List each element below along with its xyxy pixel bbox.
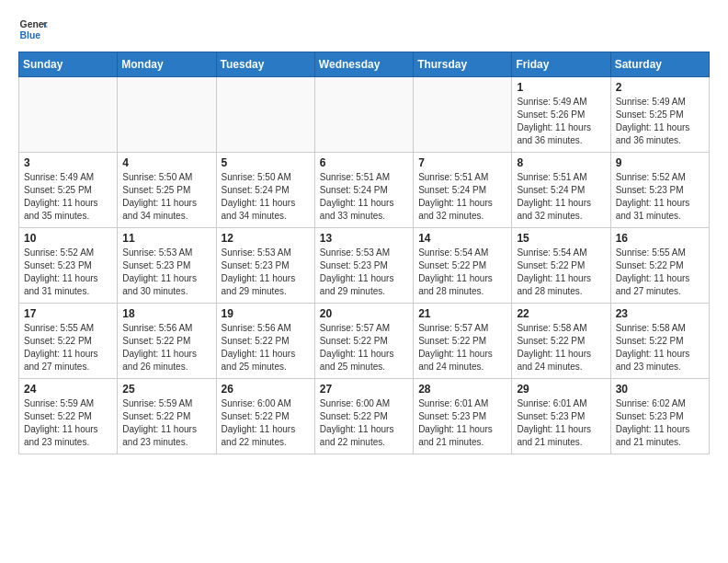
day-number: 3 [24, 156, 112, 169]
day-number: 5 [222, 156, 310, 169]
day-info: Sunrise: 5:59 AM Sunset: 5:22 PM Dayligh… [24, 397, 112, 449]
calendar-cell: 5Sunrise: 5:50 AM Sunset: 5:24 PM Daylig… [216, 153, 314, 228]
day-number: 1 [517, 81, 605, 94]
weekday-header-row: SundayMondayTuesdayWednesdayThursdayFrid… [19, 52, 710, 77]
day-number: 13 [320, 232, 408, 245]
day-info: Sunrise: 5:57 AM Sunset: 5:22 PM Dayligh… [320, 322, 408, 373]
day-number: 18 [122, 307, 210, 320]
day-info: Sunrise: 5:59 AM Sunset: 5:22 PM Dayligh… [122, 397, 210, 449]
calendar-cell [216, 77, 314, 153]
calendar-cell: 1Sunrise: 5:49 AM Sunset: 5:26 PM Daylig… [512, 77, 610, 153]
weekday-header-tuesday: Tuesday [216, 52, 314, 77]
day-info: Sunrise: 5:52 AM Sunset: 5:23 PM Dayligh… [24, 247, 112, 298]
calendar-cell: 27Sunrise: 6:00 AM Sunset: 5:22 PM Dayli… [314, 379, 413, 454]
day-number: 23 [616, 307, 704, 320]
weekday-header-monday: Monday [118, 52, 216, 77]
day-info: Sunrise: 5:58 AM Sunset: 5:22 PM Dayligh… [616, 322, 704, 373]
week-row-1: 1Sunrise: 5:49 AM Sunset: 5:26 PM Daylig… [19, 77, 710, 153]
calendar-cell: 14Sunrise: 5:54 AM Sunset: 5:22 PM Dayli… [414, 228, 512, 304]
calendar-cell [118, 77, 216, 153]
day-number: 28 [418, 383, 506, 396]
calendar-cell: 30Sunrise: 6:02 AM Sunset: 5:23 PM Dayli… [610, 379, 709, 454]
weekday-header-friday: Friday [512, 52, 610, 77]
calendar-cell: 3Sunrise: 5:49 AM Sunset: 5:25 PM Daylig… [19, 153, 118, 228]
calendar-cell: 10Sunrise: 5:52 AM Sunset: 5:23 PM Dayli… [19, 228, 118, 304]
day-info: Sunrise: 5:55 AM Sunset: 5:22 PM Dayligh… [616, 247, 704, 298]
calendar-cell: 22Sunrise: 5:58 AM Sunset: 5:22 PM Dayli… [512, 304, 610, 379]
calendar-cell: 2Sunrise: 5:49 AM Sunset: 5:25 PM Daylig… [610, 77, 709, 153]
day-info: Sunrise: 5:53 AM Sunset: 5:23 PM Dayligh… [222, 247, 310, 298]
calendar-cell: 29Sunrise: 6:01 AM Sunset: 5:23 PM Dayli… [512, 379, 610, 454]
day-number: 15 [517, 232, 605, 245]
header: General Blue [18, 15, 710, 44]
day-number: 22 [517, 307, 605, 320]
calendar-cell: 8Sunrise: 5:51 AM Sunset: 5:24 PM Daylig… [512, 153, 610, 228]
day-number: 24 [24, 383, 112, 396]
day-number: 9 [616, 156, 704, 169]
day-number: 19 [222, 307, 310, 320]
svg-text:Blue: Blue [20, 30, 41, 40]
day-number: 30 [616, 383, 704, 396]
day-number: 25 [122, 383, 210, 396]
day-info: Sunrise: 5:50 AM Sunset: 5:24 PM Dayligh… [222, 171, 310, 223]
calendar-cell [414, 77, 512, 153]
day-info: Sunrise: 6:01 AM Sunset: 5:23 PM Dayligh… [418, 397, 506, 449]
day-info: Sunrise: 5:58 AM Sunset: 5:22 PM Dayligh… [517, 322, 605, 373]
day-info: Sunrise: 5:51 AM Sunset: 5:24 PM Dayligh… [320, 171, 408, 223]
calendar-cell [19, 77, 118, 153]
calendar-cell: 17Sunrise: 5:55 AM Sunset: 5:22 PM Dayli… [19, 304, 118, 379]
week-row-2: 3Sunrise: 5:49 AM Sunset: 5:25 PM Daylig… [19, 153, 710, 228]
calendar-cell: 15Sunrise: 5:54 AM Sunset: 5:22 PM Dayli… [512, 228, 610, 304]
day-info: Sunrise: 5:55 AM Sunset: 5:22 PM Dayligh… [24, 322, 112, 373]
calendar-cell: 26Sunrise: 6:00 AM Sunset: 5:22 PM Dayli… [216, 379, 314, 454]
day-info: Sunrise: 5:57 AM Sunset: 5:22 PM Dayligh… [418, 322, 506, 373]
day-number: 7 [418, 156, 506, 169]
week-row-4: 17Sunrise: 5:55 AM Sunset: 5:22 PM Dayli… [19, 304, 710, 379]
calendar-cell: 7Sunrise: 5:51 AM Sunset: 5:24 PM Daylig… [414, 153, 512, 228]
calendar-cell: 9Sunrise: 5:52 AM Sunset: 5:23 PM Daylig… [610, 153, 709, 228]
calendar-cell: 4Sunrise: 5:50 AM Sunset: 5:25 PM Daylig… [118, 153, 216, 228]
day-number: 29 [517, 383, 605, 396]
day-info: Sunrise: 5:53 AM Sunset: 5:23 PM Dayligh… [320, 247, 408, 298]
calendar-cell: 16Sunrise: 5:55 AM Sunset: 5:22 PM Dayli… [610, 228, 709, 304]
day-number: 27 [320, 383, 408, 396]
day-info: Sunrise: 5:53 AM Sunset: 5:23 PM Dayligh… [122, 247, 210, 298]
day-info: Sunrise: 5:56 AM Sunset: 5:22 PM Dayligh… [222, 322, 310, 373]
calendar-cell: 21Sunrise: 5:57 AM Sunset: 5:22 PM Dayli… [414, 304, 512, 379]
weekday-header-thursday: Thursday [414, 52, 512, 77]
calendar-cell: 19Sunrise: 5:56 AM Sunset: 5:22 PM Dayli… [216, 304, 314, 379]
day-info: Sunrise: 5:54 AM Sunset: 5:22 PM Dayligh… [517, 247, 605, 298]
day-number: 4 [122, 156, 210, 169]
day-number: 11 [122, 232, 210, 245]
day-number: 16 [616, 232, 704, 245]
weekday-header-sunday: Sunday [19, 52, 118, 77]
calendar-cell: 13Sunrise: 5:53 AM Sunset: 5:23 PM Dayli… [314, 228, 413, 304]
logo: General Blue [18, 15, 51, 44]
week-row-5: 24Sunrise: 5:59 AM Sunset: 5:22 PM Dayli… [19, 379, 710, 454]
calendar-cell: 11Sunrise: 5:53 AM Sunset: 5:23 PM Dayli… [118, 228, 216, 304]
day-info: Sunrise: 5:52 AM Sunset: 5:23 PM Dayligh… [616, 171, 704, 223]
calendar-cell: 28Sunrise: 6:01 AM Sunset: 5:23 PM Dayli… [414, 379, 512, 454]
day-info: Sunrise: 6:00 AM Sunset: 5:22 PM Dayligh… [320, 397, 408, 449]
calendar-cell [314, 77, 413, 153]
calendar-cell: 23Sunrise: 5:58 AM Sunset: 5:22 PM Dayli… [610, 304, 709, 379]
calendar-cell: 25Sunrise: 5:59 AM Sunset: 5:22 PM Dayli… [118, 379, 216, 454]
day-info: Sunrise: 6:02 AM Sunset: 5:23 PM Dayligh… [616, 397, 704, 449]
calendar-cell: 24Sunrise: 5:59 AM Sunset: 5:22 PM Dayli… [19, 379, 118, 454]
day-info: Sunrise: 5:49 AM Sunset: 5:25 PM Dayligh… [24, 171, 112, 223]
week-row-3: 10Sunrise: 5:52 AM Sunset: 5:23 PM Dayli… [19, 228, 710, 304]
day-info: Sunrise: 5:49 AM Sunset: 5:26 PM Dayligh… [517, 96, 605, 147]
day-info: Sunrise: 5:56 AM Sunset: 5:22 PM Dayligh… [122, 322, 210, 373]
weekday-header-wednesday: Wednesday [314, 52, 413, 77]
day-info: Sunrise: 5:50 AM Sunset: 5:25 PM Dayligh… [122, 171, 210, 223]
day-number: 6 [320, 156, 408, 169]
day-info: Sunrise: 5:51 AM Sunset: 5:24 PM Dayligh… [517, 171, 605, 223]
day-info: Sunrise: 6:00 AM Sunset: 5:22 PM Dayligh… [222, 397, 310, 449]
day-number: 26 [222, 383, 310, 396]
calendar-table: SundayMondayTuesdayWednesdayThursdayFrid… [18, 52, 710, 454]
day-number: 12 [222, 232, 310, 245]
day-info: Sunrise: 5:54 AM Sunset: 5:22 PM Dayligh… [418, 247, 506, 298]
day-info: Sunrise: 5:49 AM Sunset: 5:25 PM Dayligh… [616, 96, 704, 147]
day-number: 10 [24, 232, 112, 245]
page: General Blue SundayMondayTuesdayWednesda… [0, 0, 728, 473]
